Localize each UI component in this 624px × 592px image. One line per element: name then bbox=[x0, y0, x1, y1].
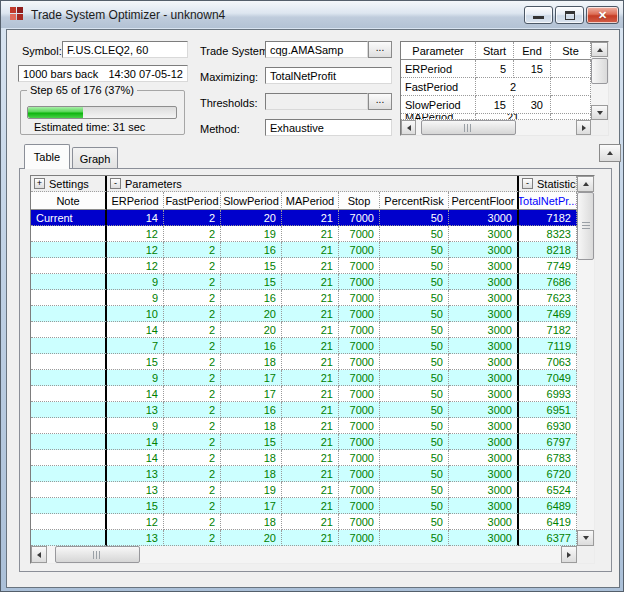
value-cell: 50 bbox=[380, 338, 449, 354]
column-header-stop[interactable]: Stop bbox=[339, 192, 380, 210]
table-row[interactable]: 132192170005030006524 bbox=[31, 482, 577, 498]
table-row[interactable]: 122182170005030006419 bbox=[31, 514, 577, 530]
param-grid-vertical-scrollbar[interactable] bbox=[591, 42, 608, 120]
table-row[interactable]: 152182170005030007063 bbox=[31, 354, 577, 370]
tab-graph[interactable]: Graph bbox=[72, 147, 118, 169]
param-row[interactable]: ERPeriod515 bbox=[401, 60, 591, 78]
table-row[interactable]: 132202170005030006377 bbox=[31, 530, 577, 546]
minimize-button[interactable] bbox=[524, 6, 553, 24]
group-collapse-button[interactable]: - bbox=[110, 178, 121, 189]
param-start-cell[interactable]: 15 bbox=[476, 96, 514, 114]
column-header-maperiod[interactable]: MAPeriod bbox=[282, 192, 339, 210]
scroll-down-button[interactable] bbox=[591, 105, 608, 120]
param-row[interactable]: FastPeriod2 bbox=[401, 78, 591, 96]
param-column-header-end[interactable]: End bbox=[514, 42, 551, 60]
table-row[interactable]: 142152170005030006797 bbox=[31, 434, 577, 450]
param-column-header-ste[interactable]: Ste bbox=[551, 42, 591, 60]
scroll-right-button[interactable] bbox=[561, 546, 577, 563]
maximize-button[interactable] bbox=[555, 6, 584, 24]
column-header-erperiod[interactable]: ERPeriod bbox=[107, 192, 164, 210]
table-row[interactable]: 132162170005030006951 bbox=[31, 402, 577, 418]
group-parameters: -Parameters bbox=[107, 176, 519, 192]
param-name-cell[interactable]: ERPeriod bbox=[401, 60, 476, 78]
scroll-down-button[interactable] bbox=[577, 530, 594, 546]
column-header-percentfloor[interactable]: PercentFloor bbox=[449, 192, 519, 210]
param-column-header-parameter[interactable]: Parameter bbox=[401, 42, 476, 60]
column-header-fastperiod[interactable]: FastPeriod bbox=[164, 192, 221, 210]
scrollbar-track[interactable] bbox=[47, 546, 561, 563]
scroll-up-button[interactable] bbox=[577, 176, 594, 192]
value-cell: 3000 bbox=[449, 530, 519, 546]
thresholds-browse-button[interactable]: ... bbox=[368, 93, 392, 110]
scroll-right-button[interactable] bbox=[576, 120, 591, 135]
maximizing-field[interactable]: TotalNetProfit bbox=[265, 67, 392, 84]
close-button[interactable]: ✕ bbox=[586, 6, 619, 24]
scrollbar-track[interactable] bbox=[416, 120, 576, 135]
param-name-cell[interactable]: SlowPeriod bbox=[401, 96, 476, 114]
table-row[interactable]: 102202170005030007469 bbox=[31, 306, 577, 322]
method-field[interactable]: Exhaustive bbox=[265, 119, 392, 136]
param-step-cell[interactable] bbox=[551, 60, 591, 78]
table-row[interactable]: 92182170005030006930 bbox=[31, 418, 577, 434]
param-grid-horizontal-scrollbar[interactable] bbox=[401, 120, 608, 135]
param-merged-value-cell[interactable]: 2 bbox=[476, 78, 551, 96]
param-row[interactable]: SlowPeriod1530 bbox=[401, 96, 591, 114]
table-row[interactable]: 122162170005030008218 bbox=[31, 242, 577, 258]
value-cell: 21 bbox=[282, 434, 339, 450]
trade-system-field[interactable]: cqg.AMASamp bbox=[265, 41, 368, 58]
minimize-icon bbox=[533, 16, 544, 19]
results-horizontal-scrollbar[interactable] bbox=[31, 546, 594, 563]
symbol-field[interactable]: F.US.CLEQ2, 60 bbox=[62, 41, 188, 58]
param-column-header-start[interactable]: Start bbox=[476, 42, 514, 60]
group-expand-button[interactable]: + bbox=[34, 178, 45, 189]
param-step-cell[interactable] bbox=[551, 96, 591, 114]
value-cell: 2 bbox=[164, 450, 221, 466]
table-row[interactable]: 92162170005030007623 bbox=[31, 290, 577, 306]
scroll-up-button[interactable] bbox=[591, 42, 608, 57]
scroll-left-button[interactable] bbox=[401, 120, 416, 135]
table-row[interactable]: Current142202170005030007182 bbox=[31, 210, 577, 226]
table-row[interactable]: 142182170005030006783 bbox=[31, 450, 577, 466]
table-row[interactable]: 122192170005030008323 bbox=[31, 226, 577, 242]
table-row[interactable]: 122152170005030007749 bbox=[31, 258, 577, 274]
table-row[interactable]: 142202170005030007182 bbox=[31, 322, 577, 338]
panel-collapse-up-button[interactable] bbox=[599, 144, 621, 162]
scroll-left-button[interactable] bbox=[31, 546, 47, 563]
scrollbar-thumb[interactable] bbox=[55, 546, 140, 563]
scrollbar-track[interactable] bbox=[591, 57, 608, 105]
column-header-note[interactable]: Note bbox=[31, 192, 107, 210]
scrollbar-thumb[interactable] bbox=[577, 192, 594, 260]
param-start-cell[interactable]: 5 bbox=[476, 60, 514, 78]
value-cell: 15 bbox=[107, 498, 164, 514]
value-cell: 2 bbox=[164, 306, 221, 322]
column-header-slowperiod[interactable]: SlowPeriod bbox=[221, 192, 282, 210]
table-row[interactable]: 72162170005030007119 bbox=[31, 338, 577, 354]
value-cell: 3000 bbox=[449, 322, 519, 338]
titlebar[interactable]: Trade System Optimizer - unknown4 ✕ bbox=[1, 1, 623, 28]
scrollbar-thumb[interactable] bbox=[421, 120, 516, 135]
note-cell bbox=[31, 498, 107, 514]
table-row[interactable]: 92152170005030007686 bbox=[31, 274, 577, 290]
value-cell: 50 bbox=[380, 514, 449, 530]
value-cell: 3000 bbox=[449, 418, 519, 434]
note-cell bbox=[31, 450, 107, 466]
scrollbar-track[interactable] bbox=[577, 192, 594, 530]
thresholds-field[interactable] bbox=[265, 93, 368, 110]
param-end-cell[interactable]: 30 bbox=[514, 96, 551, 114]
scrollbar-thumb[interactable] bbox=[591, 58, 608, 84]
results-vertical-scrollbar[interactable] bbox=[577, 176, 594, 546]
param-step-cell[interactable] bbox=[551, 78, 591, 96]
table-row[interactable]: 92172170005030007049 bbox=[31, 370, 577, 386]
column-header-percentrisk[interactable]: PercentRisk bbox=[380, 192, 449, 210]
tab-table[interactable]: Table bbox=[24, 144, 70, 169]
trade-system-browse-button[interactable]: ... bbox=[368, 41, 392, 58]
column-header-totalnetpr[interactable]: TotalNetPr... bbox=[519, 192, 577, 210]
bars-back-field[interactable]: 1000 bars back 14:30 07-05-12 bbox=[18, 65, 188, 82]
group-collapse-button[interactable]: - bbox=[522, 178, 533, 189]
param-name-cell[interactable]: FastPeriod bbox=[401, 78, 476, 96]
param-end-cell[interactable]: 15 bbox=[514, 60, 551, 78]
table-row[interactable]: 142172170005030006993 bbox=[31, 386, 577, 402]
table-row[interactable]: 152172170005030006489 bbox=[31, 498, 577, 514]
arrow-up-icon bbox=[607, 148, 613, 155]
table-row[interactable]: 132182170005030006720 bbox=[31, 466, 577, 482]
